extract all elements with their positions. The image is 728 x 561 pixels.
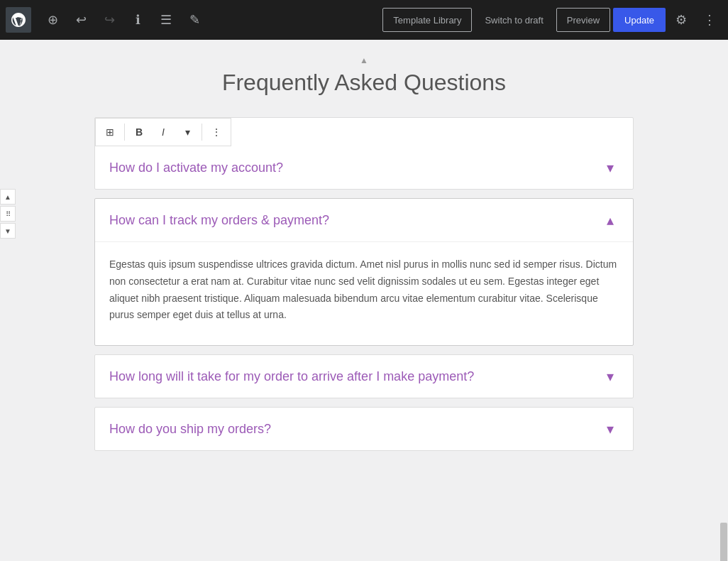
faq-question-4: How do you ship my orders? [109,422,271,437]
faq-content-body-2[interactable]: Egestas quis ipsum suspendisse ultrices … [95,242,633,345]
info-button[interactable]: ℹ [125,7,150,33]
inline-toolbar: ⊞ B I ▾ ⋮ [95,118,231,146]
faq-question-3: How long will it take for my order to ar… [109,369,474,384]
gear-icon: ⚙ [675,12,687,28]
italic-icon: I [162,126,165,138]
template-library-button[interactable]: Template Library [382,8,472,32]
faq-item-2: How can I track my orders & payment? ▴ E… [94,198,634,346]
faq-toggle-4: ▾ [602,420,619,437]
faq-question-2: How can I track my orders & payment? [109,213,329,228]
page-title: Frequently Asked Questions [28,70,700,96]
faq-toggle-3: ▾ [602,368,619,385]
faq-question-1: How do I activate my account? [109,160,283,175]
update-button[interactable]: Update [613,8,666,32]
chevron-down-icon: ▾ [185,126,190,138]
settings-button[interactable]: ⚙ [668,7,694,33]
scrollbar[interactable] [719,40,728,561]
scroll-down-button[interactable]: ▼ [0,223,16,239]
switch-draft-button[interactable]: Switch to draft [475,8,553,32]
list-icon: ☰ [160,12,172,28]
faq-header-4[interactable]: How do you ship my orders? ▾ [95,408,633,450]
scrollbar-thumb[interactable] [720,523,727,561]
add-block-button[interactable]: ⊕ [40,7,65,33]
more-vertical-icon: ⋮ [703,12,716,28]
undo-button[interactable]: ↩ [68,7,94,33]
text-dropdown-button[interactable]: ▾ [176,121,199,143]
faq-toggle-1: ▾ [602,159,619,176]
faq-content-text-2: Egestas quis ipsum suspendisse ultrices … [109,256,619,324]
scroll-up-button[interactable]: ▲ [0,189,16,205]
top-scroll-indicator: ▲ [28,54,700,67]
edit-icon: ✎ [189,12,200,28]
drag-handle[interactable]: ⠿ [0,206,16,222]
faq-content-wrapper-2: Egestas quis ipsum suspendisse ultrices … [95,241,633,345]
table-button[interactable]: ⊞ [99,121,121,143]
redo-icon: ↪ [104,12,115,28]
italic-button[interactable]: I [152,121,175,143]
bold-button[interactable]: B [128,121,150,143]
more-options-icon: ⋮ [211,126,221,138]
faq-item-3: How long will it take for my order to ar… [94,354,634,398]
more-options-button[interactable]: ⋮ [697,7,722,33]
undo-icon: ↩ [76,12,87,28]
faq-toggle-2: ▴ [602,212,619,229]
faq-item-1: ⊞ B I ▾ ⋮ [94,117,634,190]
wp-logo[interactable] [6,7,31,33]
more-toolbar-button[interactable]: ⋮ [205,121,228,143]
faq-header-1[interactable]: How do I activate my account? ▾ [95,146,633,189]
faq-container: ⊞ B I ▾ ⋮ [94,117,634,451]
table-icon: ⊞ [106,126,114,138]
faq-item-4: How do you ship my orders? ▾ [94,407,634,451]
preview-button[interactable]: Preview [556,8,610,32]
redo-button[interactable]: ↪ [96,7,122,33]
list-view-button[interactable]: ☰ [153,7,179,33]
block-controls: ▲ ⠿ ▼ [0,189,16,239]
main-toolbar: ⊕ ↩ ↪ ℹ ☰ ✎ Template Library Switch to d… [0,0,728,40]
tools-button[interactable]: ✎ [182,7,207,33]
faq-header-2[interactable]: How can I track my orders & payment? ▴ [95,199,633,241]
editor-area: ▲ Frequently Asked Questions ⊞ B [0,40,728,561]
main-area: ▲ ⠿ ▼ ▲ Frequently Asked Questions ⊞ [0,40,728,561]
toolbar-divider-2 [202,124,202,141]
faq-header-3[interactable]: How long will it take for my order to ar… [95,355,633,398]
add-icon: ⊕ [48,12,58,28]
info-icon: ℹ [136,12,140,28]
toolbar-divider [124,124,125,141]
bold-icon: B [136,126,143,138]
